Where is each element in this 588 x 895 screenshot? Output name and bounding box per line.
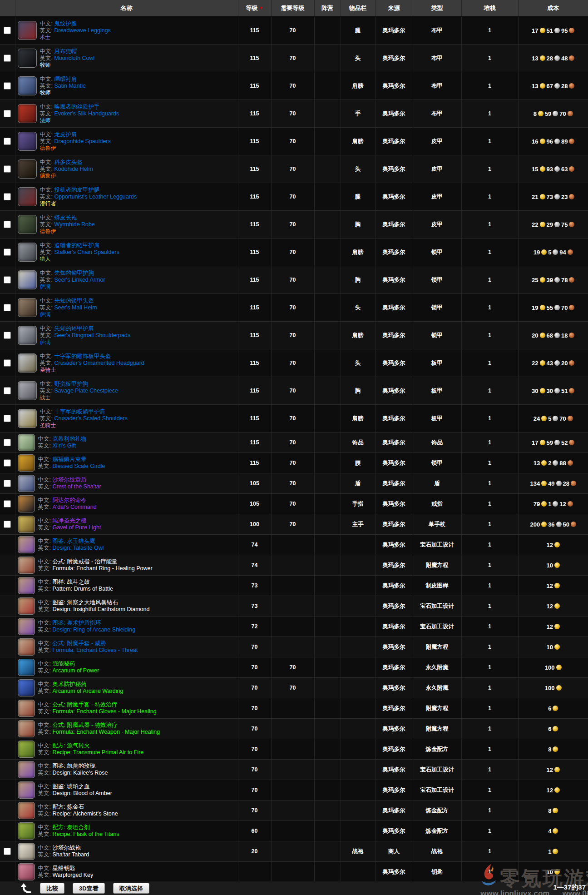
item-name-en[interactable]: Crusader's Ornamented Headguard <box>54 360 144 366</box>
column-header-source[interactable]: 来源 <box>375 0 413 17</box>
item-name-cn[interactable]: 绸缎衬肩 <box>54 76 77 82</box>
item-name-en[interactable]: Design: Ring of Arcane Shielding <box>52 626 135 633</box>
item-name-cn[interactable]: 公式: 附魔戒指 - 治疗能量 <box>52 558 117 565</box>
row-checkbox[interactable] <box>4 110 11 117</box>
row-checkbox[interactable] <box>4 359 11 367</box>
item-name-en[interactable]: Dreadweave Leggings <box>54 27 110 34</box>
return-arrow-icon[interactable] <box>20 883 32 894</box>
item-name-en[interactable]: Evoker's Silk Handguards <box>54 110 119 117</box>
item-name-cn[interactable]: 十字军的雕饰板甲头盔 <box>54 353 111 359</box>
item-name-cn[interactable]: 图鉴: 奥术护盾指环 <box>52 620 101 626</box>
item-name-cn[interactable]: 配方: 炼金石 <box>52 804 84 810</box>
item-name-en[interactable]: Seer's Linked Armor <box>54 277 105 283</box>
item-name-en[interactable]: Formula: Enchant Weapon - Major Healing <box>52 729 160 735</box>
item-name-en[interactable]: Formula: Enchant Gloves - Major Healing <box>52 708 156 715</box>
item-name-en[interactable]: Warpforged Key <box>52 872 93 878</box>
item-name-en[interactable]: Kodohide Helm <box>54 166 93 172</box>
item-name-cn[interactable]: 强能秘药 <box>52 661 75 667</box>
column-header-slot[interactable]: 物品栏 <box>341 0 375 17</box>
row-checkbox[interactable] <box>4 500 11 507</box>
item-name-cn[interactable]: 十字军的板鳞甲护肩 <box>54 408 105 415</box>
column-header-level[interactable]: 等级▼ <box>238 0 271 17</box>
row-checkbox[interactable] <box>4 459 11 467</box>
item-name-en[interactable]: Design: Talasite Owl <box>52 545 104 551</box>
row-checkbox[interactable] <box>4 415 11 422</box>
item-name-en[interactable]: Crusader's Scaled Shoulders <box>54 415 128 422</box>
view-3d-button[interactable]: 3D查看 <box>73 883 105 894</box>
row-checkbox[interactable] <box>4 193 11 200</box>
row-checkbox[interactable] <box>4 249 11 256</box>
item-name-cn[interactable]: 投机者的皮甲护腿 <box>54 187 99 193</box>
item-name-en[interactable]: Recipe: Transmute Primal Air to Fire <box>52 749 143 756</box>
item-name-cn[interactable]: 克希利的礼物 <box>52 436 86 442</box>
row-checkbox[interactable] <box>4 27 11 34</box>
item-name-cn[interactable]: 追猎者的链甲护肩 <box>54 242 99 249</box>
column-header-cost[interactable]: 成本 <box>518 0 588 17</box>
item-name-cn[interactable]: 图样: 战斗之鼓 <box>52 579 89 585</box>
item-name-cn[interactable]: 公式: 附魔手套 - 特效治疗 <box>52 701 117 708</box>
row-checkbox[interactable] <box>4 82 11 90</box>
item-name-en[interactable]: Stalker's Chain Spaulders <box>54 249 119 255</box>
item-name-cn[interactable]: 纯净圣光之槌 <box>52 517 86 524</box>
item-name-en[interactable]: Sha'tar Tabard <box>52 851 89 858</box>
item-name-cn[interactable]: 配方: 源气转火 <box>52 742 89 749</box>
row-checkbox[interactable] <box>4 521 11 528</box>
item-name-en[interactable]: Satin Mantle <box>54 83 85 89</box>
column-header-faction[interactable]: 阵营 <box>314 0 341 17</box>
item-name-en[interactable]: A'dal's Command <box>52 504 96 510</box>
item-name-en[interactable]: Recipe: Flask of the Titans <box>52 831 119 837</box>
row-checkbox[interactable] <box>4 276 11 283</box>
item-name-en[interactable]: Design: Insightful Earthstorm Diamond <box>52 606 149 612</box>
column-header-req_level[interactable]: 需要等级 <box>271 0 314 17</box>
item-name-cn[interactable]: 配方: 泰坦合剂 <box>52 824 89 830</box>
row-checkbox[interactable] <box>4 332 11 339</box>
item-name-cn[interactable]: 沙塔尔纹章盾 <box>52 477 86 483</box>
item-name-cn[interactable]: 图鉴: 琥珀之血 <box>52 783 89 790</box>
item-name-en[interactable]: Crest of the Sha'tar <box>52 483 101 490</box>
item-name-en[interactable]: Seer's Mail Helm <box>54 304 97 311</box>
item-name-cn[interactable]: 鬼纹护腿 <box>54 20 77 27</box>
item-name-en[interactable]: Design: Kailee's Rose <box>52 770 108 776</box>
item-name-cn[interactable]: 阿达尔的命令 <box>52 497 86 503</box>
item-name-en[interactable]: Gavel of Pure Light <box>52 524 101 531</box>
item-name-cn[interactable]: 沙塔尔战袍 <box>52 845 81 851</box>
item-name-en[interactable]: Opportunist's Leather Legguards <box>54 194 137 200</box>
item-name-cn[interactable]: 先知的鳞甲护胸 <box>54 270 94 276</box>
item-name-en[interactable]: Blessed Scale Girdle <box>52 463 105 469</box>
item-name-cn[interactable]: 奥术防护秘药 <box>52 681 86 687</box>
deselect-button[interactable]: 取消选择 <box>113 883 149 894</box>
item-name-en[interactable]: Recipe: Alchemist's Stone <box>52 810 118 817</box>
item-name-en[interactable]: Dragonhide Spaulders <box>54 138 110 144</box>
item-name-en[interactable]: Arcanum of Arcane Warding <box>52 688 123 694</box>
row-checkbox[interactable] <box>4 138 11 145</box>
row-checkbox[interactable] <box>4 439 11 446</box>
item-name-en[interactable]: Savage Plate Chestpiece <box>54 388 118 394</box>
item-name-cn[interactable]: 赐福鳞片束带 <box>52 456 86 462</box>
item-name-cn[interactable]: 蟒皮长袍 <box>54 214 77 221</box>
item-name-cn[interactable]: 图鉴: 水玉猫头鹰 <box>52 538 95 544</box>
item-name-cn[interactable]: 科多皮头盔 <box>54 159 83 165</box>
item-name-cn[interactable]: 月布兜帽 <box>54 48 77 55</box>
item-name-cn[interactable]: 公式: 附魔手套 - 威胁 <box>52 640 106 646</box>
item-name-cn[interactable]: 龙皮护肩 <box>54 131 77 138</box>
column-header-name[interactable]: 名称 <box>15 0 238 17</box>
row-checkbox[interactable] <box>4 480 11 487</box>
item-name-en[interactable]: Formula: Enchant Gloves - Threat <box>52 647 138 653</box>
item-name-cn[interactable]: 图鉴: 凯蕾的玫瑰 <box>52 763 95 769</box>
row-checkbox[interactable] <box>4 304 11 311</box>
column-header-type[interactable]: 类型 <box>413 0 461 17</box>
compare-button[interactable]: 比较 <box>40 883 64 894</box>
item-name-cn[interactable]: 图鉴: 洞察之大地风暴钻石 <box>52 599 118 606</box>
item-name-en[interactable]: Arcanum of Power <box>52 667 99 674</box>
row-checkbox[interactable] <box>4 55 11 62</box>
row-checkbox[interactable] <box>4 165 11 173</box>
item-name-cn[interactable]: 星船钥匙 <box>52 865 75 871</box>
row-checkbox[interactable] <box>4 221 11 228</box>
item-name-en[interactable]: Formula: Enchant Ring - Healing Power <box>52 565 152 572</box>
item-name-cn[interactable]: 公式: 附魔武器 - 特效治疗 <box>52 722 117 728</box>
item-name-en[interactable]: Wyrmhide Robe <box>54 221 95 228</box>
item-name-en[interactable]: Xi'ri's Gift <box>52 443 76 449</box>
row-checkbox[interactable] <box>4 848 11 855</box>
item-name-en[interactable]: Pattern: Drums of Battle <box>52 586 113 592</box>
item-name-cn[interactable]: 唤魔者的丝质护手 <box>54 104 99 110</box>
